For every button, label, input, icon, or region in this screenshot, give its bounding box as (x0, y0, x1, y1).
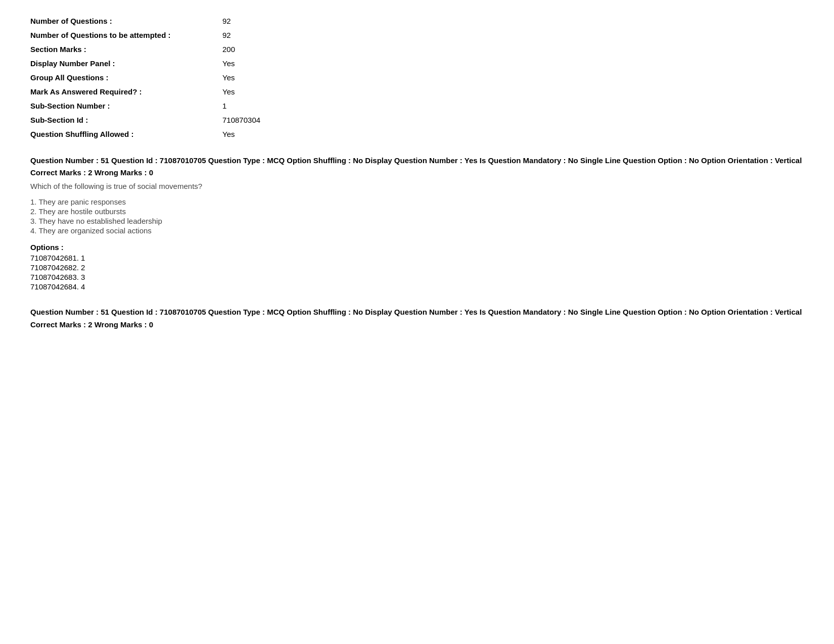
info-label: Display Number Panel : (30, 58, 222, 70)
info-row: Number of Questions to be attempted :92 (30, 29, 804, 41)
option-id: 71087042684. 4 (30, 282, 804, 291)
option-item: 1. They are panic responses (30, 197, 804, 206)
option-id: 71087042683. 3 (30, 273, 804, 281)
option-id: 71087042681. 1 (30, 254, 804, 262)
info-value: 92 (222, 29, 231, 41)
info-value: 1 (222, 100, 226, 112)
info-label: Number of Questions to be attempted : (30, 29, 222, 41)
option-id: 71087042682. 2 (30, 263, 804, 272)
info-value: 92 (222, 15, 231, 27)
info-label: Sub-Section Number : (30, 100, 222, 112)
question1-options-list: 1. They are panic responses2. They are h… (30, 197, 804, 235)
info-value: 710870304 (222, 114, 260, 126)
info-label: Section Marks : (30, 43, 222, 56)
info-value: Yes (222, 72, 235, 84)
question1-text: Which of the following is true of social… (30, 182, 804, 190)
question1-correct-marks: Correct Marks : 2 Wrong Marks : 0 (30, 168, 804, 177)
info-row: Sub-Section Number :1 (30, 100, 804, 112)
question1-option-ids: 71087042681. 171087042682. 271087042683.… (30, 254, 804, 291)
question1-block: Question Number : 51 Question Id : 71087… (30, 155, 804, 291)
info-row: Sub-Section Id :710870304 (30, 114, 804, 126)
info-row: Question Shuffling Allowed :Yes (30, 128, 804, 140)
info-label: Question Shuffling Allowed : (30, 128, 222, 140)
info-label: Mark As Answered Required? : (30, 86, 222, 98)
info-value: Yes (222, 58, 235, 70)
info-value: 200 (222, 43, 235, 56)
info-label: Number of Questions : (30, 15, 222, 27)
info-row: Group All Questions :Yes (30, 72, 804, 84)
info-label: Sub-Section Id : (30, 114, 222, 126)
question2-correct-marks: Correct Marks : 2 Wrong Marks : 0 (30, 320, 804, 329)
question2-header: Question Number : 51 Question Id : 71087… (30, 306, 804, 318)
question1-options-heading: Options : (30, 243, 804, 252)
option-item: 2. They are hostile outbursts (30, 207, 804, 216)
info-value: Yes (222, 128, 235, 140)
info-row: Section Marks :200 (30, 43, 804, 56)
question2-block: Question Number : 51 Question Id : 71087… (30, 306, 804, 328)
info-row: Mark As Answered Required? :Yes (30, 86, 804, 98)
option-item: 4. They are organized social actions (30, 226, 804, 235)
info-table: Number of Questions :92Number of Questio… (30, 15, 804, 140)
info-row: Display Number Panel :Yes (30, 58, 804, 70)
question1-header: Question Number : 51 Question Id : 71087… (30, 155, 804, 166)
info-value: Yes (222, 86, 235, 98)
option-item: 3. They have no established leadership (30, 217, 804, 225)
info-row: Number of Questions :92 (30, 15, 804, 27)
info-label: Group All Questions : (30, 72, 222, 84)
